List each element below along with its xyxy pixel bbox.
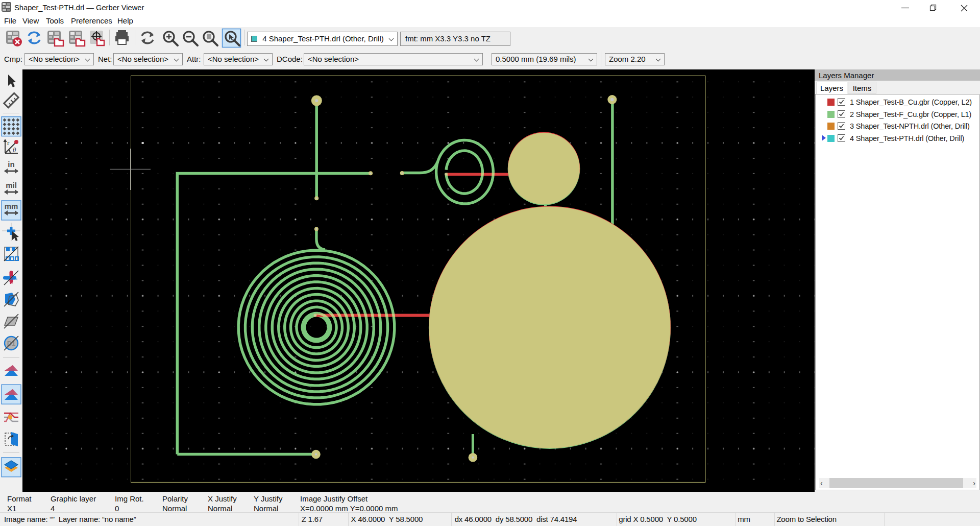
svg-text:r: r	[7, 139, 10, 147]
svg-text:mil: mil	[6, 181, 17, 189]
svg-text:in: in	[8, 160, 14, 169]
svg-text:mm: mm	[5, 202, 18, 210]
svg-text:θ: θ	[13, 146, 16, 154]
